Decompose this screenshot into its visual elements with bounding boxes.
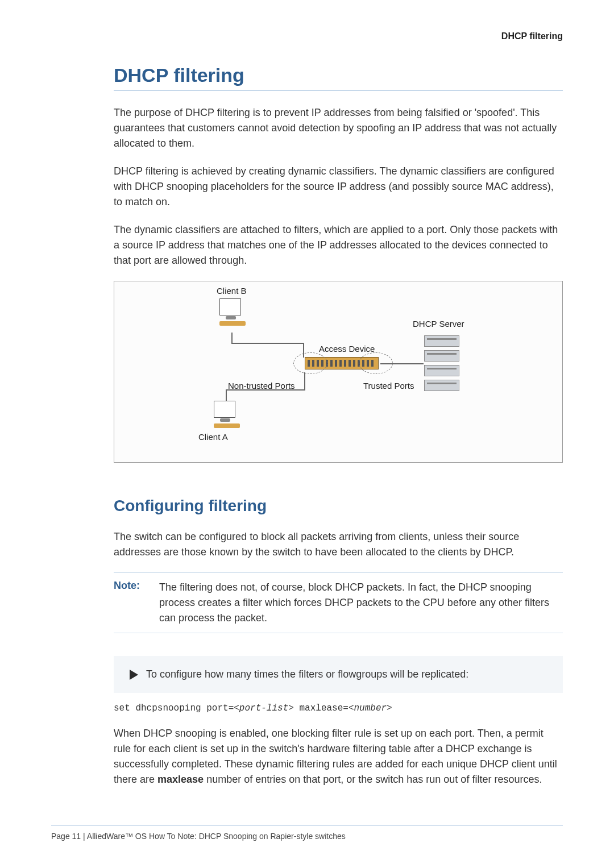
subsection-para-1: The switch can be configured to block al… [114,529,563,560]
section-title: DHCP filtering [114,64,563,91]
running-header: DHCP filtering [114,31,563,41]
step-callout: To configure how many times the filters … [114,656,563,693]
paragraph-1: The purpose of DHCP filtering is to prev… [114,105,563,151]
paragraph-3: The dynamic classifiers are attached to … [114,222,563,268]
server-icon [424,335,459,394]
pc-icon [219,298,243,326]
running-header-text: DHCP filtering [501,31,563,41]
play-arrow-icon [130,670,138,680]
note-text: The filtering does not, of course, block… [159,580,563,626]
label-trusted: Trusted Ports [363,381,414,391]
label-dhcp-server: DHCP Server [413,319,464,329]
footer-text: Page 11 | AlliedWare™ OS How To Note: DH… [51,832,346,841]
step-text: To configure how many times the filters … [146,668,468,680]
paragraph-2: DHCP filtering is achieved by creating d… [114,164,563,210]
label-client-a: Client A [198,432,228,442]
ellipse-left [293,352,327,374]
subsection-title: Configuring filtering [114,497,563,515]
subsection-para-2: When DHCP snooping is enabled, one block… [114,726,563,787]
note-box: Note: The filtering does not, of course,… [114,572,563,633]
note-label: Note: [114,580,159,626]
network-diagram: Client B Access Device Non-trusted Ports… [114,281,563,463]
pc-icon [214,401,238,428]
label-client-b: Client B [217,286,247,296]
page-footer: Page 11 | AlliedWare™ OS How To Note: DH… [51,825,563,841]
code-block: set dhcpsnooping port=<port-list> maxlea… [114,703,563,713]
label-access-device: Access Device [319,344,375,354]
